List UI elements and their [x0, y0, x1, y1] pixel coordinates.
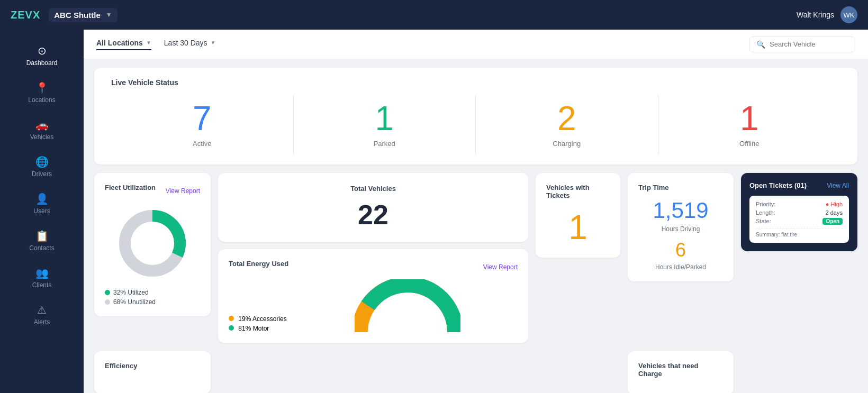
need-charge-title: Vehicles that need Charge — [638, 362, 723, 378]
sidebar-label-clients: Clients — [32, 281, 52, 289]
logo-zev: ZEV — [11, 9, 33, 21]
user-avatar[interactable]: WK — [840, 6, 857, 23]
fleet-utilization-card: Fleet Utilization View Report — [94, 173, 211, 316]
org-dropdown-icon: ▼ — [106, 11, 112, 19]
date-filter[interactable]: Last 30 Days ▼ — [164, 39, 216, 50]
motor-dot — [229, 325, 234, 331]
ticket-length-row: Length: 2 days — [756, 209, 843, 216]
view-all-link[interactable]: View All — [827, 182, 849, 189]
filterbar: All Locations ▼ Last 30 Days ▼ 🔍 — [84, 30, 868, 59]
status-grid: 7 Active 1 Parked 2 Charging 1 Offline — [111, 95, 840, 154]
status-active: 7 Active — [111, 95, 294, 154]
user-name: Walt Krings — [797, 11, 834, 19]
open-tickets-title: Open Tickets (01) — [749, 181, 807, 189]
unutilized-label: 68% Unutilized — [113, 298, 156, 306]
main-layout: ⊙ Dashboard 📍 Locations 🚗 Vehicles 🌐 Dri… — [0, 30, 868, 393]
sidebar-item-locations[interactable]: 📍 Locations — [4, 75, 79, 110]
state-label: State: — [756, 218, 771, 225]
center-column: Total Vehicles 22 Total Energy Used View… — [218, 173, 528, 343]
active-label: Active — [193, 140, 211, 148]
parked-count: 1 — [375, 102, 394, 135]
accessories-dot — [229, 316, 234, 321]
energy-view-report[interactable]: View Report — [483, 263, 518, 271]
fleet-title: Fleet Utilization — [105, 184, 156, 191]
locations-icon: 📍 — [35, 81, 49, 94]
sidebar-item-users[interactable]: 👤 Users — [4, 186, 79, 221]
hours-driving-label: Hours Driving — [638, 225, 723, 233]
content-area: All Locations ▼ Last 30 Days ▼ 🔍 Live Ve… — [84, 30, 868, 393]
location-filter-label: All Locations — [96, 39, 143, 47]
filterbar-left: All Locations ▼ Last 30 Days ▼ — [96, 39, 215, 50]
topnav-right: Walt Krings WK — [797, 6, 857, 23]
app-logo: ZEVX — [11, 9, 40, 21]
motor-label: 81% Motor — [238, 325, 269, 332]
sidebar-item-clients[interactable]: 👥 Clients — [4, 260, 79, 295]
topnav-left: ZEVX ABC Shuttle ▼ — [11, 8, 117, 22]
sidebar-item-vehicles[interactable]: 🚗 Vehicles — [4, 112, 79, 147]
motor-legend: 81% Motor — [229, 325, 287, 332]
energy-title: Total Energy Used — [229, 260, 288, 268]
energy-chart — [297, 279, 518, 332]
trip-time-card: Trip Time 1,519 Hours Driving 6 Hours Id… — [628, 173, 734, 281]
sidebar-item-dashboard[interactable]: ⊙ Dashboard — [4, 38, 79, 73]
tickets-title: Vehicles with Tickets — [546, 184, 610, 199]
alerts-icon: ⚠ — [37, 304, 47, 316]
sidebar-label-vehicles: Vehicles — [30, 133, 54, 141]
state-badge: Open — [822, 218, 843, 225]
sidebar: ⊙ Dashboard 📍 Locations 🚗 Vehicles 🌐 Dri… — [0, 30, 84, 393]
total-vehicles-title: Total Vehicles — [350, 185, 396, 193]
location-filter-chevron: ▼ — [146, 40, 151, 45]
total-energy-card: Total Energy Used View Report 19% Access… — [218, 249, 528, 343]
search-box[interactable]: 🔍 — [749, 36, 855, 52]
utilized-label: 32% Utilized — [113, 289, 149, 296]
drivers-icon: 🌐 — [35, 156, 49, 168]
priority-label: Priority: — [756, 201, 775, 207]
trip-time-title: Trip Time — [638, 184, 723, 191]
total-vehicles-value: 22 — [358, 199, 388, 231]
hours-driving-value: 1,519 — [638, 198, 723, 223]
unutilized-dot — [105, 299, 110, 305]
utilized-dot — [105, 290, 110, 295]
hours-idle-label: Hours Idle/Parked — [638, 263, 723, 271]
energy-header: Total Energy Used View Report — [229, 260, 518, 274]
org-name: ABC Shuttle — [54, 11, 101, 20]
sidebar-label-dashboard: Dashboard — [26, 59, 58, 67]
org-selector[interactable]: ABC Shuttle ▼ — [49, 8, 117, 22]
sidebar-label-locations: Locations — [28, 96, 55, 104]
sidebar-item-drivers[interactable]: 🌐 Drivers — [4, 149, 79, 184]
accessories-legend: 19% Accessories — [229, 315, 287, 323]
charging-label: Charging — [553, 140, 581, 148]
date-filter-label: Last 30 Days — [164, 39, 207, 47]
offline-count: 1 — [740, 102, 759, 135]
search-input[interactable] — [770, 40, 849, 48]
donut-wrapper — [105, 206, 200, 280]
ticket-card[interactable]: Priority: ● High Length: 2 days State: O… — [749, 196, 849, 243]
dashboard: Live Vehicle Status 7 Active 1 Parked 2 … — [84, 59, 868, 393]
sidebar-label-drivers: Drivers — [32, 170, 52, 178]
length-value: 2 days — [826, 209, 843, 216]
legend-utilized: 32% Utilized — [105, 289, 200, 296]
sidebar-label-contacts: Contacts — [29, 244, 54, 252]
sidebar-label-alerts: Alerts — [34, 318, 50, 326]
sidebar-label-users: Users — [33, 207, 50, 215]
legend-unutilized: 68% Unutilized — [105, 298, 200, 306]
charging-count: 2 — [557, 102, 576, 135]
location-filter[interactable]: All Locations ▼ — [96, 39, 151, 50]
ticket-summary: Summary: flat tire — [756, 232, 843, 237]
live-status-title: Live Vehicle Status — [111, 78, 840, 87]
contacts-icon: 📋 — [35, 230, 49, 242]
efficiency-title: Efficiency — [105, 362, 200, 370]
offline-label: Offline — [739, 140, 759, 148]
open-tickets-header: Open Tickets (01) View All — [749, 181, 849, 189]
parked-label: Parked — [374, 140, 395, 148]
vehicles-need-charge-card: Vehicles that need Charge — [628, 351, 734, 393]
sidebar-item-alerts[interactable]: ⚠ Alerts — [4, 297, 79, 332]
ticket-divider — [756, 228, 843, 229]
sidebar-item-contacts[interactable]: 📋 Contacts — [4, 223, 79, 258]
energy-content: 19% Accessories 81% Motor — [229, 279, 518, 332]
logo-x: X — [33, 9, 40, 21]
length-label: Length: — [756, 209, 775, 216]
energy-legend: 19% Accessories 81% Motor — [229, 315, 287, 332]
fleet-view-report[interactable]: View Report — [166, 187, 200, 195]
active-count: 7 — [193, 102, 212, 135]
